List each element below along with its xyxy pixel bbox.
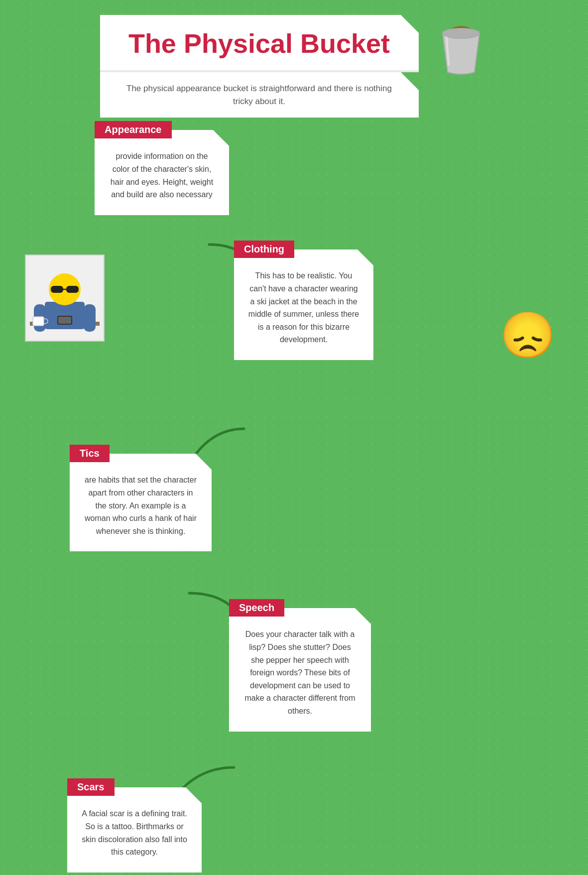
clothing-card: Clothing This has to be realistic. You c… xyxy=(234,250,373,360)
sections-area: Appearance provide information on the co… xyxy=(20,130,568,875)
svg-point-0 xyxy=(443,28,479,38)
speech-label: Speech xyxy=(229,599,284,617)
title-area: The Physical Bucket The physical appeara… xyxy=(100,15,419,118)
tics-card: Tics are habits that set the character a… xyxy=(70,454,212,551)
title-card: The Physical Bucket xyxy=(100,15,419,72)
person-photo xyxy=(25,254,105,342)
tics-label: Tics xyxy=(70,445,110,462)
speech-text: Does your character talk with a lisp? Do… xyxy=(243,628,357,717)
scars-text: A facial scar is a defining trait. So is… xyxy=(81,807,188,858)
scars-card: Scars A facial scar is a defining trait.… xyxy=(67,787,202,872)
svg-rect-3 xyxy=(45,302,85,329)
speech-card: Speech Does your character talk with a l… xyxy=(229,608,371,731)
svg-rect-6 xyxy=(66,286,79,293)
tics-card-wrapper: Tics are habits that set the character a… xyxy=(70,454,212,551)
sad-emoji: 😞 xyxy=(500,309,556,362)
appearance-card-wrapper: Appearance provide information on the co… xyxy=(95,130,229,215)
scars-card-wrapper: Scars A facial scar is a defining trait.… xyxy=(67,787,202,872)
svg-rect-5 xyxy=(51,286,63,293)
subtitle-card: The physical appearance bucket is straig… xyxy=(100,72,419,118)
svg-rect-12 xyxy=(33,317,44,326)
subtitle-text: The physical appearance bucket is straig… xyxy=(120,82,399,108)
tics-text: are habits that set the character apart … xyxy=(84,474,198,537)
scars-label: Scars xyxy=(67,778,115,796)
main-title: The Physical Bucket xyxy=(120,29,399,58)
clothing-text: This has to be realistic. You can't have… xyxy=(248,269,359,346)
svg-rect-9 xyxy=(84,304,96,332)
appearance-card: Appearance provide information on the co… xyxy=(95,130,229,215)
appearance-text: provide information on the color of the … xyxy=(109,150,215,201)
svg-rect-11 xyxy=(58,317,71,324)
bucket-icon xyxy=(434,22,488,84)
speech-card-wrapper: Speech Does your character talk with a l… xyxy=(229,608,371,731)
appearance-label: Appearance xyxy=(95,121,172,138)
clothing-label: Clothing xyxy=(234,241,294,258)
clothing-card-wrapper: Clothing This has to be realistic. You c… xyxy=(234,250,373,360)
